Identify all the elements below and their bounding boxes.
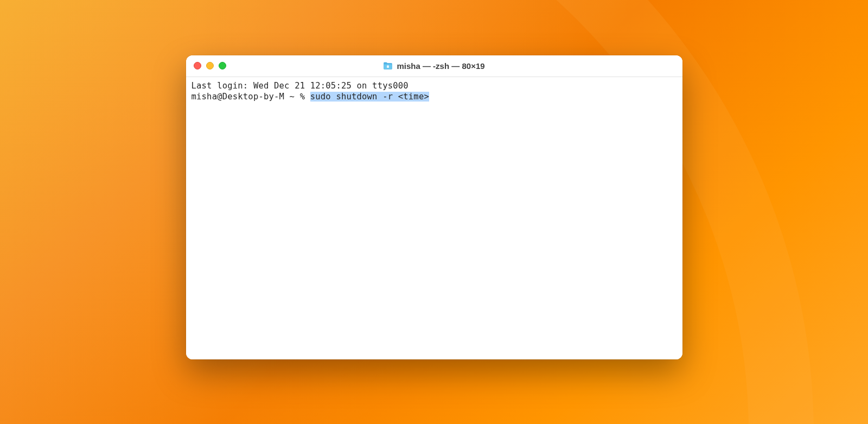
minimize-button[interactable] [206,62,214,69]
terminal-content[interactable]: Last login: Wed Dec 21 12:05:25 on ttys0… [186,77,682,359]
close-button[interactable] [194,62,201,69]
window-titlebar[interactable]: misha — -zsh — 80×19 [186,55,682,77]
prompt-line: misha@Desktop-by-M ~ % sudo shutdown -r … [192,91,677,102]
last-login-line: Last login: Wed Dec 21 12:05:25 on ttys0… [192,80,677,91]
zoom-button[interactable] [219,62,226,69]
folder-icon [383,62,393,70]
title-center: misha — -zsh — 80×19 [186,61,682,71]
terminal-window: misha — -zsh — 80×19 Last login: Wed Dec… [186,55,682,359]
command-text[interactable]: sudo shutdown -r <time> [310,92,429,102]
window-title: misha — -zsh — 80×19 [397,61,484,71]
traffic-lights [194,62,226,69]
prompt: misha@Desktop-by-M ~ % [192,92,310,102]
svg-rect-0 [387,66,389,68]
